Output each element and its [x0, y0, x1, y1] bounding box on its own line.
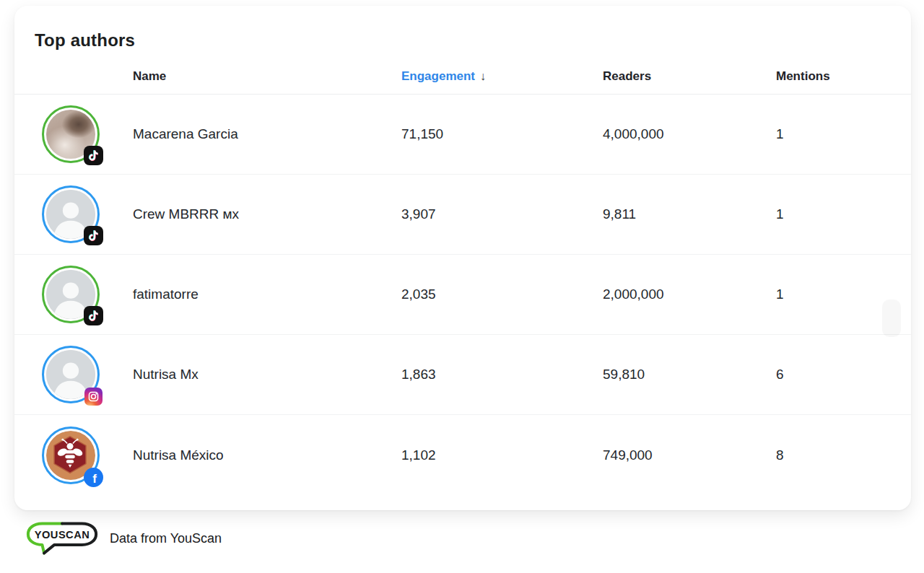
author-row[interactable]: f Crew MBRRR мх 3,907 9,811 1: [14, 175, 911, 255]
column-header-mentions[interactable]: Mentions: [776, 69, 911, 84]
engagement-value: 1,863: [401, 367, 603, 382]
author-name[interactable]: Nutrisa Mx: [133, 367, 401, 382]
column-header-engagement[interactable]: Engagement ↓: [401, 69, 603, 84]
footer: YOUSCAN Data from YouScan: [22, 521, 222, 556]
footer-caption: Data from YouScan: [110, 531, 222, 546]
svg-text:f: f: [92, 471, 97, 485]
author-name[interactable]: fatimatorre: [133, 286, 401, 302]
author-avatar[interactable]: f: [42, 266, 100, 323]
author-avatar[interactable]: f: [42, 185, 100, 243]
engagement-value: 2,035: [401, 286, 603, 302]
column-header-readers[interactable]: Readers: [603, 69, 776, 84]
mentions-value: 1: [776, 126, 911, 142]
readers-value: 2,000,000: [603, 286, 776, 302]
readers-value: 9,811: [603, 206, 776, 222]
mentions-value: 8: [776, 447, 911, 463]
scrollbar-thumb[interactable]: [882, 299, 901, 337]
mentions-value: 1: [776, 206, 911, 222]
tiktok-icon: [84, 146, 103, 165]
sort-descending-icon: ↓: [480, 70, 486, 83]
column-header-engagement-label: Engagement: [401, 69, 475, 84]
instagram-icon: [84, 388, 103, 406]
author-avatar[interactable]: f: [42, 105, 100, 163]
author-row[interactable]: f Macarena Garcia 71,150 4,000,000 1: [14, 95, 911, 175]
engagement-value: 1,102: [401, 447, 603, 463]
column-header-name[interactable]: Name: [133, 69, 401, 84]
author-avatar[interactable]: f: [42, 427, 100, 484]
tiktok-icon: [84, 226, 103, 245]
author-name[interactable]: Macarena Garcia: [133, 126, 401, 142]
facebook-icon: f: [84, 468, 103, 487]
author-name[interactable]: Crew MBRRR мх: [133, 206, 401, 222]
engagement-value: 3,907: [401, 206, 603, 222]
engagement-value: 71,150: [401, 126, 603, 142]
card-title: Top authors: [35, 30, 911, 51]
author-avatar[interactable]: f: [42, 346, 100, 403]
author-name[interactable]: Nutrisa México: [133, 447, 401, 463]
table-header: Name Engagement ↓ Readers Mentions: [14, 69, 911, 95]
readers-value: 749,000: [603, 447, 776, 463]
youscan-logo-text: YOUSCAN: [35, 529, 90, 541]
readers-value: 4,000,000: [603, 126, 776, 142]
youscan-logo: YOUSCAN: [22, 521, 103, 556]
tiktok-icon: [84, 306, 103, 325]
author-row[interactable]: f Nutrisa Mx 1,863 59,810 6: [14, 335, 911, 415]
readers-value: 59,810: [603, 367, 776, 382]
table-body: f Macarena Garcia 71,150 4,000,000 1: [14, 95, 911, 495]
author-row[interactable]: f Nutrisa México 1,102 749,000 8: [14, 415, 911, 495]
mentions-value: 6: [776, 367, 911, 382]
author-row[interactable]: f fatimatorre 2,035 2,000,000 1: [14, 255, 911, 335]
top-authors-card: Top authors Name Engagement ↓ Readers Me…: [14, 6, 911, 510]
